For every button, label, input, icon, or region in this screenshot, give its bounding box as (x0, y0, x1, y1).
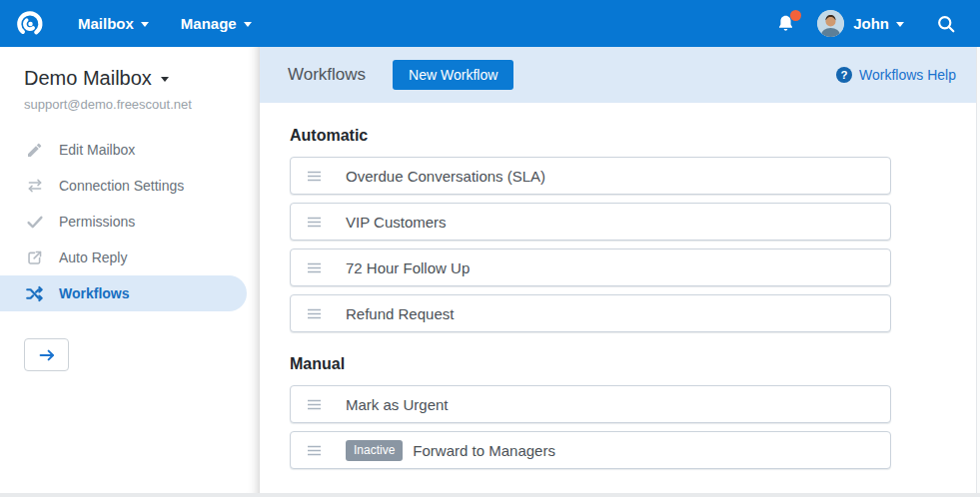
sidebar-item-label: Workflows (59, 285, 130, 301)
new-workflow-button[interactable]: New Workflow (393, 60, 513, 90)
workflows-help-link[interactable]: ? Workflows Help (836, 67, 956, 83)
workflow-name-label: Overdue Conversations (SLA) (346, 168, 545, 185)
top-navbar: Mailbox Manage John (0, 0, 980, 47)
section-manual: Manual Mark as Urgent Inactive (290, 355, 980, 469)
avatar (817, 10, 844, 37)
sidebar-item-workflows[interactable]: Workflows (0, 275, 247, 311)
caret-down-icon (141, 22, 149, 27)
sidebar-item-auto-reply[interactable]: Auto Reply (0, 240, 260, 275)
workflow-card-forward-to-managers[interactable]: Inactive Forward to Managers (290, 431, 891, 469)
mailbox-email: support@demo.freescout.net (24, 97, 236, 112)
section-heading: Automatic (290, 127, 980, 145)
workflow-list-automatic: Overdue Conversations (SLA) VIP Customer… (290, 157, 891, 332)
content-header: Workflows New Workflow ? Workflows Help (260, 47, 980, 103)
freescout-logo[interactable] (14, 8, 46, 40)
scrollbar-gutter[interactable] (976, 47, 980, 493)
sidebar-item-label: Permissions (59, 214, 135, 230)
nav-menu-manage-label: Manage (181, 15, 237, 32)
bottom-scrollbar-track[interactable] (0, 493, 980, 497)
mailbox-sidebar: Demo Mailbox support@demo.freescout.net … (0, 47, 260, 493)
workflow-card-vip-customers[interactable]: VIP Customers (290, 203, 891, 241)
workflow-name-label: Mark as Urgent (346, 396, 449, 413)
sidebar-item-connection-settings[interactable]: Connection Settings (0, 168, 260, 204)
user-name: John (853, 15, 904, 32)
sidebar-item-edit-mailbox[interactable]: Edit Mailbox (0, 132, 260, 168)
workflow-name-label: Refund Request (346, 305, 454, 322)
question-circle-icon: ? (836, 67, 852, 83)
page-title: Workflows (288, 65, 366, 85)
avatar-image (817, 10, 844, 37)
drag-handle-icon[interactable] (305, 304, 324, 323)
section-automatic: Automatic Overdue Conversations (SLA) (290, 127, 980, 332)
workflow-card-72-hour-follow-up[interactable]: 72 Hour Follow Up (290, 248, 891, 286)
nav-menu-mailbox-label: Mailbox (78, 15, 134, 32)
pencil-icon (25, 141, 44, 160)
section-heading: Manual (290, 355, 980, 373)
sidebar-menu: Edit Mailbox Connection Settings Permiss… (0, 132, 260, 311)
inactive-status-badge: Inactive (346, 440, 403, 461)
mailbox-header: Demo Mailbox support@demo.freescout.net (0, 47, 260, 112)
sidebar-item-label: Connection Settings (59, 178, 184, 194)
drag-handle-icon[interactable] (305, 213, 324, 232)
workflow-name: Mark as Urgent (346, 396, 449, 413)
mailbox-name-dropdown[interactable]: Demo Mailbox (24, 67, 236, 90)
search-button[interactable] (926, 8, 966, 40)
workflows-panel: Automatic Overdue Conversations (SLA) (260, 103, 980, 469)
shuffle-icon (25, 284, 44, 303)
collapse-sidebar-button[interactable] (24, 338, 69, 371)
user-menu[interactable]: John (805, 0, 916, 47)
caret-down-icon (896, 22, 904, 27)
workflow-card-mark-as-urgent[interactable]: Mark as Urgent (290, 385, 891, 423)
notification-dot (790, 10, 801, 21)
workflow-name-label: Forward to Managers (413, 442, 555, 459)
sidebar-item-permissions[interactable]: Permissions (0, 204, 260, 240)
workflow-name-label: VIP Customers (346, 214, 447, 231)
workflow-name-label: 72 Hour Follow Up (346, 259, 470, 276)
user-name-label: John (853, 15, 889, 32)
workflow-name: Inactive Forward to Managers (346, 440, 555, 461)
workflow-name: VIP Customers (346, 214, 447, 231)
drag-handle-icon[interactable] (305, 167, 324, 186)
drag-handle-icon[interactable] (305, 395, 324, 414)
sidebar-item-label: Edit Mailbox (59, 142, 135, 158)
nav-menu-manage[interactable]: Manage (165, 0, 268, 47)
main-content: Workflows New Workflow ? Workflows Help … (260, 47, 980, 493)
drag-handle-icon[interactable] (305, 258, 324, 277)
caret-down-icon (161, 77, 169, 82)
notifications-button[interactable] (766, 8, 805, 39)
search-icon (936, 14, 956, 34)
workflows-help-label: Workflows Help (859, 67, 956, 83)
mailbox-name-label: Demo Mailbox (24, 67, 152, 90)
caret-down-icon (244, 22, 252, 27)
share-square-icon (25, 248, 44, 267)
workflow-name: 72 Hour Follow Up (346, 259, 470, 276)
workflow-card-refund-request[interactable]: Refund Request (290, 294, 891, 332)
workflow-name: Overdue Conversations (SLA) (346, 168, 545, 185)
check-icon (25, 213, 44, 232)
workflow-name: Refund Request (346, 305, 454, 322)
workflow-card-overdue-conversations[interactable]: Overdue Conversations (SLA) (290, 157, 891, 195)
workflow-list-manual: Mark as Urgent Inactive Forward to Manag… (290, 385, 891, 469)
sidebar-item-label: Auto Reply (59, 249, 127, 265)
arrow-right-icon (37, 347, 57, 363)
nav-menu-mailbox[interactable]: Mailbox (62, 0, 165, 47)
drag-handle-icon[interactable] (305, 441, 324, 460)
exchange-arrows-icon (25, 177, 44, 196)
freescout-logo-icon (15, 9, 45, 39)
